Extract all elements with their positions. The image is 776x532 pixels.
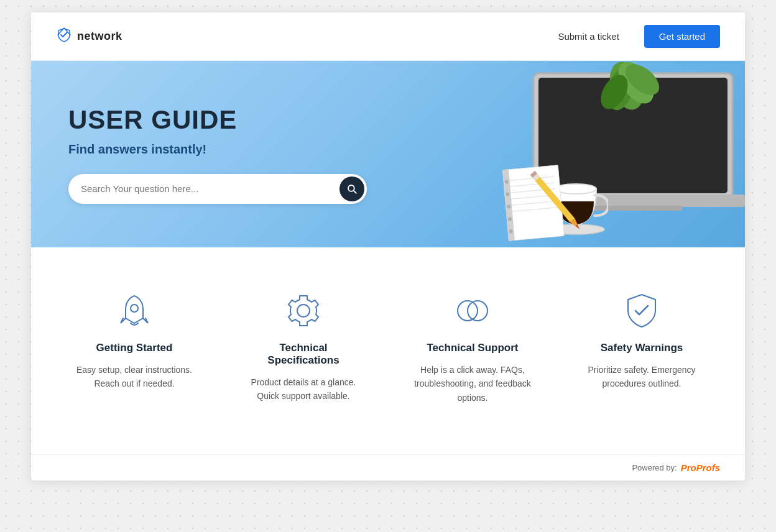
proprofs-brand-1: Pro	[681, 462, 696, 473]
hero-banner: USER GUIDE Find answers instantly!	[31, 61, 745, 247]
svg-point-31	[131, 305, 138, 312]
proprofs-brand-2: Profs	[696, 462, 720, 473]
header-nav: Submit a ticket Get started	[558, 25, 720, 48]
circles-icon	[453, 291, 492, 331]
card-safety-warnings[interactable]: Safety Warnings Prioritize safety. Emerg…	[563, 278, 720, 403]
card-desc-safety-warnings: Prioritize safety. Emergency procedures …	[582, 363, 701, 391]
search-icon	[346, 183, 358, 195]
header: network Submit a ticket Get started	[31, 12, 745, 61]
svg-line-30	[354, 190, 356, 193]
cards-section: Getting Started Easy setup, clear instru…	[31, 247, 745, 454]
logo-text: network	[77, 30, 122, 43]
submit-ticket-link[interactable]: Submit a ticket	[558, 31, 619, 42]
plant-decoration	[589, 61, 664, 116]
rocket-icon	[114, 291, 154, 331]
card-title-getting-started: Getting Started	[96, 342, 173, 354]
gear-icon	[284, 291, 323, 331]
powered-by: Powered by: ProProfs	[632, 462, 720, 473]
card-desc-technical-support: Help is a click away. FAQs, troubleshoot…	[413, 363, 532, 405]
search-button[interactable]	[340, 177, 364, 201]
hero-title: USER GUIDE	[68, 105, 367, 135]
svg-point-32	[297, 305, 310, 317]
card-desc-getting-started: Easy setup, clear instructions. Reach ou…	[75, 363, 194, 391]
page-footer: Powered by: ProProfs	[31, 454, 745, 480]
card-title-technical-support: Technical Support	[427, 342, 518, 354]
hero-subtitle: Find answers instantly!	[68, 142, 367, 157]
card-desc-technical-specifications: Product details at a glance. Quick suppo…	[244, 375, 363, 403]
hero-content: USER GUIDE Find answers instantly!	[68, 105, 367, 204]
powered-by-label: Powered by:	[632, 463, 677, 472]
card-title-technical-specifications: Technical Specifications	[244, 342, 363, 367]
logo-icon	[56, 27, 72, 47]
hero-image-area	[353, 61, 745, 247]
card-getting-started[interactable]: Getting Started Easy setup, clear instru…	[56, 278, 213, 403]
get-started-button[interactable]: Get started	[644, 25, 720, 48]
search-input[interactable]	[81, 178, 340, 199]
main-container: network Submit a ticket Get started	[31, 12, 745, 480]
logo-area: network	[56, 27, 122, 47]
card-technical-specifications[interactable]: Technical Specifications Product details…	[225, 278, 382, 416]
card-title-safety-warnings: Safety Warnings	[601, 342, 683, 354]
proprofs-logo: ProProfs	[681, 462, 720, 473]
shield-icon	[622, 291, 662, 331]
card-technical-support[interactable]: Technical Support Help is a click away. …	[394, 278, 551, 417]
search-bar	[68, 174, 367, 204]
svg-point-10	[555, 184, 596, 194]
